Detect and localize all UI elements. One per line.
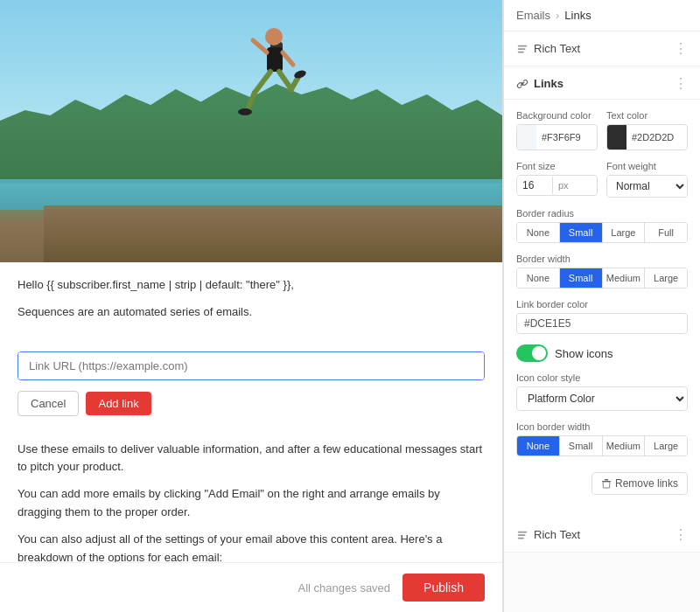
- border-radius-full[interactable]: Full: [645, 223, 687, 242]
- svg-rect-11: [518, 45, 528, 46]
- text-color-group: Text color #2D2D2D: [606, 110, 688, 150]
- border-width-large[interactable]: Large: [645, 268, 687, 288]
- trash-icon: [601, 478, 612, 489]
- icon-border-small[interactable]: Small: [560, 436, 603, 456]
- font-weight-group: Font weight Normal Bold Light: [606, 161, 688, 198]
- border-width-none[interactable]: None: [517, 268, 560, 288]
- svg-line-4: [283, 52, 293, 65]
- icon-border-medium[interactable]: Medium: [603, 436, 646, 456]
- rich-text-section-bottom: Rich Text ⋮: [504, 518, 700, 553]
- icon-color-style-select[interactable]: Platform Color Custom: [516, 386, 688, 411]
- email-body: Hello {{ subscriber.first_name | strip |…: [0, 262, 502, 344]
- border-radius-label: Border radius: [516, 208, 688, 219]
- link-border-color-label: Link border color: [516, 299, 688, 309]
- svg-line-3: [253, 40, 267, 52]
- border-radius-small[interactable]: Small: [560, 223, 603, 242]
- border-radius-large[interactable]: Large: [603, 223, 646, 242]
- icon-border-width-group: None Small Medium Large: [516, 435, 688, 456]
- icon-color-style-section: Icon color style Platform Color Custom: [516, 372, 688, 421]
- border-width-group: None Small Medium Large: [516, 268, 688, 289]
- font-size-input-group: px: [516, 175, 598, 196]
- rich-text-label-bottom: Rich Text: [534, 528, 580, 541]
- bg-color-input[interactable]: #F3F6F9: [516, 124, 598, 150]
- breadcrumb: Emails › Links: [504, 0, 700, 31]
- icon-border-large[interactable]: Large: [645, 436, 687, 456]
- links-body: Background color #F3F6F9 Text color #2D2…: [504, 100, 700, 518]
- breadcrumb-parent: Emails: [516, 9, 550, 22]
- links-section: Links ⋮ Background color #F3F6F9 Text co…: [504, 68, 700, 518]
- svg-line-7: [279, 72, 291, 89]
- show-icons-toggle[interactable]: [516, 344, 548, 362]
- icon-border-none[interactable]: None: [517, 436, 560, 456]
- bg-color-swatch: [517, 125, 536, 150]
- font-weight-select-container: Normal Bold Light: [606, 175, 688, 198]
- rich-text-section-top: Rich Text ⋮: [504, 31, 700, 66]
- svg-line-5: [255, 72, 270, 93]
- link-icon: [516, 78, 528, 90]
- cancel-button[interactable]: Cancel: [18, 391, 79, 416]
- right-panel: Emails › Links Rich Text ⋮: [503, 0, 700, 612]
- link-input-container: [18, 351, 485, 380]
- links-menu-dots[interactable]: ⋮: [674, 75, 688, 92]
- rich-text-header-top: Rich Text ⋮: [504, 31, 700, 66]
- font-size-group: Font size px: [516, 161, 598, 198]
- icon-border-width-section: Icon border width None Small Medium Larg…: [516, 421, 688, 456]
- richtext-icon-top: [516, 43, 528, 55]
- border-width-medium[interactable]: Medium: [603, 268, 646, 288]
- icon-color-style-label: Icon color style: [516, 372, 688, 383]
- remove-links-button[interactable]: Remove links: [592, 472, 688, 495]
- links-label: Links: [534, 77, 564, 90]
- font-size-input[interactable]: [517, 176, 552, 195]
- remove-links-label: Remove links: [615, 477, 678, 490]
- link-actions: Cancel Add link: [0, 391, 502, 427]
- rich-text-menu-dots-bottom[interactable]: ⋮: [674, 526, 688, 543]
- rich-text-header-left-bottom: Rich Text: [516, 528, 580, 541]
- text-color-input[interactable]: #2D2D2D: [606, 124, 688, 150]
- para3-text: You can add more emails by clicking "Add…: [18, 485, 485, 522]
- border-width-label: Border width: [516, 254, 688, 264]
- bottom-bar: All changes saved Publish: [0, 562, 502, 612]
- rich-text-label-top: Rich Text: [534, 42, 580, 55]
- svg-rect-16: [605, 479, 608, 481]
- bg-color-value: #F3F6F9: [536, 129, 597, 146]
- svg-rect-13: [518, 51, 524, 52]
- border-width-small[interactable]: Small: [560, 268, 603, 288]
- text-color-label: Text color: [606, 110, 688, 121]
- toggle-knob: [532, 346, 546, 360]
- border-width-section: Border width None Small Medium Large: [516, 254, 688, 289]
- para1-text: Sequences are an automated series of ema…: [18, 303, 485, 322]
- svg-rect-19: [518, 537, 524, 539]
- greeting-text: Hello {{ subscriber.first_name | strip |…: [18, 276, 485, 295]
- bg-color-label: Background color: [516, 110, 598, 121]
- para2-text: Use these emails to deliver valuable inf…: [18, 441, 485, 477]
- border-radius-section: Border radius None Small Large Full: [516, 208, 688, 243]
- svg-rect-12: [518, 48, 526, 50]
- show-icons-label: Show icons: [555, 347, 612, 360]
- show-icons-row: Show icons: [516, 344, 688, 362]
- rich-text-header-left-top: Rich Text: [516, 42, 580, 55]
- para4-text: You can also adjust all of the settings …: [18, 531, 485, 562]
- jumper-illustration: [237, 26, 307, 140]
- bg-color-group: Background color #F3F6F9: [516, 110, 598, 150]
- link-border-color-input[interactable]: #DCE1E5: [516, 313, 688, 334]
- svg-point-1: [265, 28, 283, 45]
- links-section-header: Links ⋮: [504, 68, 700, 100]
- email-body-continued: Use these emails to deliver valuable inf…: [0, 427, 502, 562]
- border-radius-group: None Small Large Full: [516, 222, 688, 243]
- font-weight-select[interactable]: Normal Bold Light: [607, 176, 687, 197]
- link-border-color-value: #DCE1E5: [524, 317, 570, 330]
- font-size-label: Font size: [516, 161, 598, 171]
- add-link-button[interactable]: Add link: [86, 392, 150, 415]
- svg-line-6: [248, 93, 255, 109]
- border-radius-none[interactable]: None: [517, 223, 560, 242]
- font-weight-label: Font weight: [606, 161, 688, 171]
- breadcrumb-current: Links: [564, 9, 591, 22]
- icon-border-width-label: Icon border width: [516, 421, 688, 432]
- svg-rect-18: [518, 534, 526, 536]
- text-color-swatch: [607, 125, 626, 150]
- rich-text-menu-dots-top[interactable]: ⋮: [674, 40, 688, 57]
- publish-button[interactable]: Publish: [402, 574, 485, 602]
- link-url-input[interactable]: [18, 352, 484, 379]
- font-row: Font size px Font weight Normal Bold Lig…: [516, 161, 688, 198]
- hero-image: [0, 0, 502, 262]
